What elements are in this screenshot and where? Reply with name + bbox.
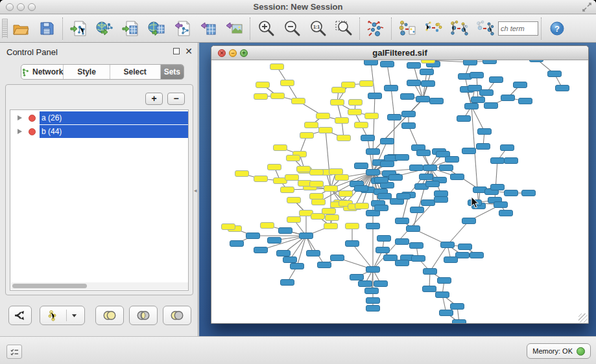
graph-node[interactable] — [441, 242, 455, 248]
graph-node[interactable] — [412, 256, 425, 262]
graph-node[interactable] — [389, 175, 403, 181]
graph-node[interactable] — [396, 155, 409, 161]
graph-node[interactable] — [254, 94, 268, 100]
graph-node[interactable] — [402, 123, 416, 129]
graph-node[interactable] — [514, 82, 527, 88]
graph-node[interactable] — [297, 166, 311, 172]
graph-node[interactable] — [530, 60, 543, 62]
graph-node[interactable] — [477, 144, 490, 150]
import-network-file-button[interactable] — [66, 16, 91, 41]
graph-node[interactable] — [484, 103, 498, 109]
tab-style[interactable]: Style — [64, 65, 110, 79]
graph-node[interactable] — [388, 115, 401, 120]
graph-node[interactable] — [329, 169, 343, 175]
hide-unselected-button[interactable] — [472, 16, 498, 41]
graph-node[interactable] — [348, 109, 362, 115]
graph-node[interactable] — [331, 255, 344, 261]
graph-node[interactable] — [366, 306, 380, 312]
panel-collapse-handle[interactable]: ◂ — [194, 187, 198, 194]
graph-node[interactable] — [396, 218, 409, 224]
fullscreen-icon[interactable] — [582, 2, 592, 12]
graph-node[interactable] — [256, 82, 270, 88]
export-network-button[interactable] — [169, 16, 195, 41]
graph-node[interactable] — [420, 174, 433, 180]
graph-node[interactable] — [522, 190, 536, 196]
graph-node[interactable] — [470, 253, 484, 258]
graph-node[interactable] — [310, 170, 324, 176]
graph-node[interactable] — [435, 191, 448, 197]
export-table-button[interactable] — [195, 16, 221, 41]
graph-node[interactable] — [483, 60, 497, 64]
graph-node[interactable] — [281, 187, 294, 193]
network-canvas[interactable] — [212, 60, 588, 323]
graph-node[interactable] — [366, 298, 380, 304]
graph-node[interactable] — [364, 60, 378, 65]
graph-node[interactable] — [423, 165, 437, 171]
graph-node[interactable] — [435, 197, 448, 203]
toolbar-drag-handle[interactable] — [2, 19, 8, 38]
graph-node[interactable] — [396, 239, 409, 245]
graph-node[interactable] — [287, 155, 300, 161]
zoom-selected-button[interactable] — [331, 16, 357, 41]
set-label[interactable]: a (26) — [40, 111, 188, 124]
graph-node[interactable] — [355, 163, 368, 169]
graph-node[interactable] — [254, 176, 268, 182]
graph-node[interactable] — [494, 202, 508, 208]
graph-node[interactable] — [355, 122, 368, 128]
graph-node[interactable] — [261, 223, 274, 229]
graph-node[interactable] — [318, 262, 331, 268]
graph-node[interactable] — [381, 62, 394, 67]
graph-node[interactable] — [322, 209, 336, 214]
graph-node[interactable] — [366, 223, 380, 229]
graph-node[interactable] — [499, 210, 513, 216]
graph-node[interactable] — [326, 215, 339, 221]
graph-node[interactable] — [407, 226, 420, 232]
export-image-button[interactable] — [221, 16, 247, 41]
task-history-button[interactable] — [6, 345, 22, 359]
graph-node[interactable] — [397, 194, 411, 199]
graph-node[interactable] — [411, 207, 424, 213]
graph-node[interactable] — [366, 267, 380, 273]
graph-node[interactable] — [365, 288, 379, 294]
network-window-titlebar[interactable]: ✕ − + galFiltered.sif — [211, 46, 588, 60]
graph-node[interactable] — [457, 116, 471, 122]
graph-node[interactable] — [312, 199, 326, 205]
expander-icon[interactable] — [18, 129, 22, 134]
graph-node[interactable] — [283, 257, 297, 263]
graph-node[interactable] — [440, 165, 453, 171]
create-set-from-network-button[interactable] — [40, 306, 85, 325]
graph-node[interactable] — [464, 60, 477, 65]
graph-node[interactable] — [375, 205, 388, 211]
graph-node[interactable] — [281, 280, 294, 286]
graph-node[interactable] — [291, 264, 304, 269]
graph-node[interactable] — [385, 85, 398, 91]
graph-node[interactable] — [274, 145, 287, 151]
graph-node[interactable] — [246, 233, 260, 239]
select-from-network-button[interactable] — [420, 16, 446, 41]
graph-node[interactable] — [342, 82, 355, 88]
graph-node[interactable] — [307, 251, 320, 256]
graph-node[interactable] — [287, 198, 301, 203]
graph-node[interactable] — [501, 145, 514, 151]
network-view-window[interactable]: ✕ − + galFiltered.sif — [211, 45, 589, 324]
graph-node[interactable] — [440, 310, 453, 316]
graph-node[interactable] — [222, 224, 235, 230]
graph-node[interactable] — [407, 80, 421, 86]
graph-node[interactable] — [430, 98, 444, 104]
graph-node[interactable] — [366, 170, 380, 176]
graph-node[interactable] — [279, 228, 292, 234]
graph-node[interactable] — [456, 253, 470, 258]
graph-node[interactable] — [355, 203, 369, 209]
graph-node[interactable] — [451, 174, 464, 180]
tab-sets[interactable]: Sets — [161, 65, 184, 79]
graph-node[interactable] — [480, 90, 494, 96]
horizontal-scrollbar[interactable] — [11, 282, 188, 290]
difference-sets-button[interactable] — [163, 306, 191, 325]
graph-node[interactable] — [366, 149, 380, 155]
graph-node[interactable] — [359, 281, 372, 287]
zoom-out-button[interactable] — [279, 16, 305, 41]
help-button[interactable]: ? — [544, 16, 570, 41]
graph-node[interactable] — [468, 200, 482, 206]
import-network-web-button[interactable] — [91, 16, 117, 41]
graph-node[interactable] — [444, 257, 458, 263]
